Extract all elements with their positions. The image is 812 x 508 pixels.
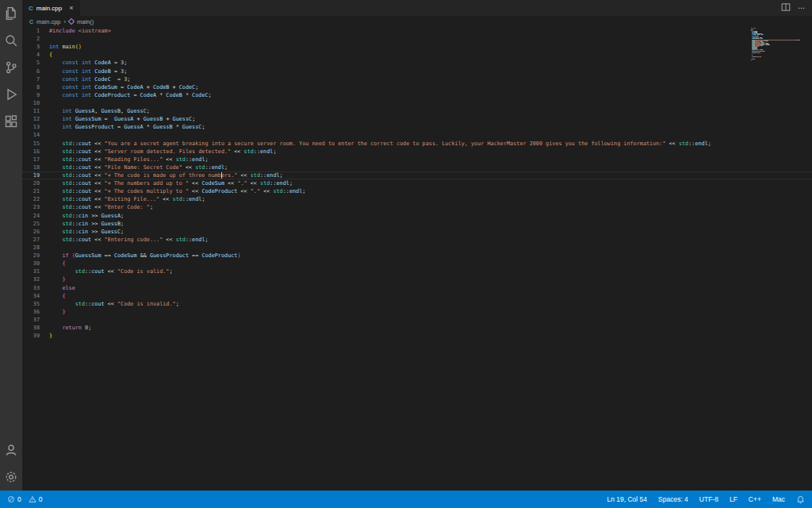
code-line-24[interactable]: 24 std::cin >> GuessA; [22,212,812,220]
line-number[interactable]: 31 [22,267,40,275]
code-line-39[interactable]: 39} [22,332,812,340]
settings-gear-icon[interactable] [2,468,20,486]
code-line-36[interactable]: 36 } [22,308,812,316]
code-line-31[interactable]: 31 std::cout << "Code is valid."; [22,267,812,275]
line-number[interactable]: 36 [22,308,40,316]
line-number[interactable]: 13 [22,123,40,131]
code-line-38[interactable]: 38 return 0; [22,324,812,332]
problems-warnings[interactable]: 0 [29,495,43,503]
code-line-20[interactable]: 20 std::cout << "+ The numbers add up to… [22,179,812,187]
line-number[interactable]: 27 [22,236,40,244]
code-line-33[interactable]: 33 else [22,284,812,292]
line-number[interactable]: 15 [22,140,40,148]
line-number[interactable]: 22 [22,195,40,203]
breadcrumb-file[interactable]: main.cpp [36,18,60,25]
code-line-15[interactable]: 15 std::cout << "You are a secret agent … [22,140,812,148]
code-line-34[interactable]: 34 { [22,292,812,300]
line-number[interactable]: 8 [22,83,40,91]
line-number[interactable]: 23 [22,203,40,211]
tab-main-cpp[interactable]: C main.cpp × [22,0,81,16]
line-number[interactable]: 11 [22,107,40,115]
code-line-22[interactable]: 22 std::cout << "Exiting File..." << std… [22,195,812,203]
line-number[interactable]: 5 [22,59,40,67]
line-number[interactable]: 30 [22,260,40,267]
eol-sequence[interactable]: LF [730,495,737,503]
code-line-1[interactable]: 1#include <iostream> [22,27,812,35]
line-number[interactable]: 37 [22,316,40,324]
code-line-6[interactable]: 6 const int CodeB = 3; [22,67,812,75]
notifications-bell-icon[interactable] [796,495,805,504]
line-number[interactable]: 16 [22,148,40,156]
code-line-14[interactable]: 14 [22,131,812,139]
line-number[interactable]: 35 [22,300,40,308]
code-line-16[interactable]: 16 std::cout << "Server room detected. F… [22,148,812,156]
line-number[interactable]: 3 [22,43,40,51]
account-icon[interactable] [2,441,20,459]
search-icon[interactable] [2,32,20,49]
line-number[interactable]: 6 [22,67,40,75]
language-mode[interactable]: C++ [749,495,761,503]
line-number[interactable]: 29 [22,252,40,260]
line-number[interactable]: 33 [22,284,40,292]
line-number[interactable]: 39 [22,332,40,340]
line-number[interactable]: 26 [22,228,40,236]
code-line-2[interactable]: 2 [22,35,812,43]
line-number[interactable]: 32 [22,275,40,283]
code-line-7[interactable]: 7 const int CodeC = 3; [22,75,812,83]
more-actions-icon[interactable]: ⋯ [798,4,806,12]
code-line-35[interactable]: 35 std::cout << "Code is invalid."; [22,300,812,308]
line-number[interactable]: 12 [22,115,40,123]
code-line-30[interactable]: 30 { [22,260,812,267]
split-editor-icon[interactable] [781,1,791,15]
problems-errors[interactable]: 0 [7,495,21,503]
explorer-icon[interactable] [2,5,20,22]
line-number[interactable]: 28 [22,244,40,252]
line-number[interactable]: 17 [22,156,40,164]
code-line-12[interactable]: 12 int GuessSum = GuessA + GuessB + Gues… [22,115,812,123]
code-line-27[interactable]: 27 std::cout << "Entering code..." << st… [22,236,812,244]
indentation[interactable]: Spaces: 4 [658,495,688,503]
source-control-icon[interactable] [2,59,20,76]
cursor-position[interactable]: Ln 19, Col 54 [607,495,647,503]
line-number[interactable]: 4 [22,51,40,59]
code-line-17[interactable]: 17 std::cout << "Reading Files..." << st… [22,156,812,164]
code-line-25[interactable]: 25 std::cin >> GuessB; [22,220,812,228]
code-line-37[interactable]: 37 [22,316,812,324]
extensions-icon[interactable] [2,113,20,130]
code-line-19[interactable]: 19 std::cout << "+ The code is made up o… [22,171,812,179]
code-line-26[interactable]: 26 std::cin >> GuessC; [22,228,812,236]
code-line-32[interactable]: 32 } [22,275,812,283]
code-line-9[interactable]: 9 const int CodeProduct = CodeA * CodeB … [22,91,812,99]
breadcrumb-symbol[interactable]: main() [77,18,94,25]
line-number[interactable]: 9 [22,91,40,99]
line-number[interactable]: 20 [22,179,40,187]
code-line-29[interactable]: 29 if (GuessSum == CodeSum && GuessProdu… [22,252,812,260]
run-debug-icon[interactable] [2,86,20,103]
minimap[interactable] [751,28,801,60]
code-line-8[interactable]: 8 const int CodeSum = CodeA + CodeB + Co… [22,83,812,91]
line-number[interactable]: 38 [22,324,40,332]
line-number[interactable]: 24 [22,212,40,220]
line-number[interactable]: 1 [22,27,40,35]
code-line-3[interactable]: 3int main() [22,43,812,51]
keyboard-layout[interactable]: Mac [772,495,785,503]
code-line-5[interactable]: 5 const int CodeA = 3; [22,59,812,67]
line-number[interactable]: 21 [22,187,40,195]
code-line-18[interactable]: 18 std::cout << "File Name: Secret Code"… [22,164,812,171]
code-line-11[interactable]: 11 int GuessA, GuessB, GuessC; [22,107,812,115]
code-line-23[interactable]: 23 std::cout << "Enter Code: "; [22,203,812,211]
encoding[interactable]: UTF-8 [699,495,718,503]
line-number[interactable]: 2 [22,35,40,43]
close-tab-icon[interactable]: × [69,4,73,12]
line-number[interactable]: 34 [22,292,40,300]
line-number[interactable]: 18 [22,164,40,171]
code-line-10[interactable]: 10 [22,99,812,107]
line-number[interactable]: 25 [22,220,40,228]
code-line-28[interactable]: 28 [22,244,812,252]
code-line-4[interactable]: 4{ [22,51,812,59]
line-number[interactable]: 10 [22,99,40,107]
code-line-13[interactable]: 13 int GuessProduct = GuessA * GuessB * … [22,123,812,131]
editor[interactable]: 1#include <iostream>23int main()4{5 cons… [22,27,812,491]
line-number[interactable]: 19 [22,171,40,179]
line-number[interactable]: 14 [22,131,40,139]
